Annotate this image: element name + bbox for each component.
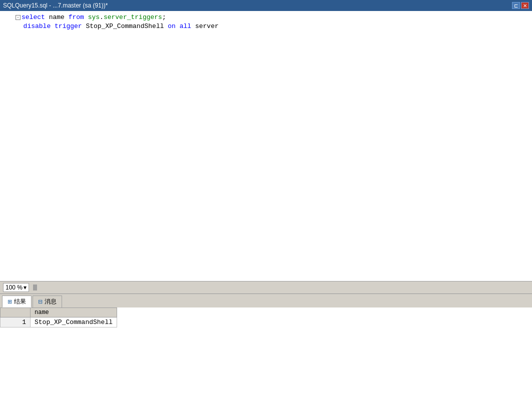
- zoom-arrow: ▾: [24, 284, 27, 291]
- col-name-header: name: [31, 308, 117, 318]
- pin-button[interactable]: ⊏: [512, 2, 520, 9]
- results-table: name 1 Stop_XP_CommandShell: [0, 308, 117, 328]
- title-bar-buttons: ⊏ ✕: [512, 2, 529, 9]
- messages-tab-label: 消息: [45, 298, 57, 306]
- row-num-header: [1, 308, 31, 318]
- close-button[interactable]: ✕: [521, 2, 529, 9]
- collapse-icon[interactable]: -: [16, 15, 21, 20]
- tab-bar: ⊞ 结果 ⊟ 消息: [0, 294, 532, 308]
- status-bar: 100 % ▾: [0, 281, 532, 294]
- scroll-indicator[interactable]: [33, 284, 37, 290]
- results-tab-icon: ⊞: [8, 298, 12, 305]
- code-editor[interactable]: -select name from sys.server_triggers; d…: [13, 11, 532, 281]
- row-number-cell: 1: [1, 318, 31, 328]
- bottom-section: ⊞ 结果 ⊟ 消息 name 1 Stop_XP_CommandShell: [0, 294, 532, 419]
- zoom-dropdown[interactable]: 100 % ▾: [3, 283, 29, 292]
- title-text: SQLQuery15.sql - ...7.master (sa (91))*: [3, 2, 512, 9]
- results-panel[interactable]: name 1 Stop_XP_CommandShell: [0, 308, 532, 419]
- table-row: 1 Stop_XP_CommandShell: [1, 318, 117, 328]
- tab-messages[interactable]: ⊟ 消息: [33, 296, 62, 308]
- results-tab-label: 结果: [14, 298, 26, 306]
- messages-tab-icon: ⊟: [38, 298, 43, 305]
- table-header-row: name: [1, 308, 117, 318]
- title-bar: SQLQuery15.sql - ...7.master (sa (91))* …: [0, 0, 532, 11]
- tab-results[interactable]: ⊞ 结果: [2, 296, 32, 308]
- zoom-value: 100 %: [6, 284, 23, 291]
- row-name-cell: Stop_XP_CommandShell: [31, 318, 117, 328]
- zoom-control[interactable]: 100 % ▾: [3, 283, 37, 292]
- editor-area[interactable]: -select name from sys.server_triggers; d…: [0, 11, 532, 281]
